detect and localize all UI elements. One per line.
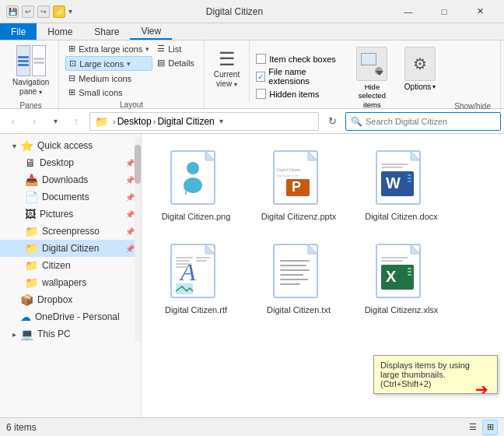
folder-icon: 📁 (53, 5, 65, 18)
svg-rect-15 (381, 164, 408, 165)
large-icons-btn[interactable]: ⊡ Large icons ▾ (65, 56, 152, 71)
file-item-txt[interactable]: Digital Citizen.txt (252, 235, 345, 319)
sidebar-item-pictures[interactable]: 🖼 Pictures 📌 (0, 206, 141, 223)
window-title: Digital Citizen (79, 6, 390, 17)
sidebar-item-documents[interactable]: 📄 Documents 📌 (0, 188, 141, 206)
panes-label: Panes (19, 100, 41, 110)
main-area: ▾ ⭐ Quick access 🖥 Desktop 📌 📥 Downloads… (0, 134, 504, 417)
docx-file-name: Digital Citizen.docx (365, 212, 438, 221)
list-btn[interactable]: ☰ List (154, 42, 198, 55)
svg-rect-19 (408, 178, 411, 179)
menu-view[interactable]: View (130, 23, 172, 40)
file-item-png[interactable]: T Digital Citizen.png (149, 142, 243, 226)
maximize-button[interactable]: □ (426, 0, 462, 23)
breadcrumb-sep0: › (113, 117, 116, 126)
file-item-docx[interactable]: W Digital Citizen.docx (355, 142, 448, 226)
medium-icons-btn[interactable]: ⊟ Medium icons (65, 72, 152, 85)
menu-share[interactable]: Share (83, 23, 130, 40)
sidebar-item-screenpresso[interactable]: 📁 Screenpresso 📌 (0, 223, 141, 240)
undo-icon[interactable]: ↩ (22, 5, 34, 18)
sidebar-item-quick-access[interactable]: ▾ ⭐ Quick access (0, 137, 141, 154)
ribbon: Navigationpane ▾ Panes ⊞ Extra large ico… (0, 40, 504, 109)
png-file-name: Digital Citizen.png (162, 212, 231, 221)
svg-rect-37 (280, 279, 308, 280)
rtf-file-icon: A (168, 243, 224, 299)
file-extensions-toggle[interactable]: ✓ File name extensions (256, 66, 343, 86)
downloads-icon: 📥 (25, 174, 38, 186)
hidden-items-toggle[interactable]: Hidden items (256, 88, 343, 100)
redo-icon[interactable]: ↪ (37, 5, 50, 18)
file-item-rtf[interactable]: A Digital Citizen.rtf (149, 235, 243, 319)
back-button[interactable]: ‹ (3, 111, 23, 132)
onedrive-icon: ☁ (20, 311, 31, 323)
minimize-button[interactable]: — (390, 0, 426, 23)
sidebar-item-wallpapers[interactable]: 📁 wallpapers (0, 274, 141, 291)
item-count: 6 items (6, 422, 37, 433)
refresh-button[interactable]: ↻ (322, 111, 342, 132)
close-button[interactable]: ✕ (462, 0, 498, 23)
breadcrumb-digitalcitizen[interactable]: Digital Citizen (157, 116, 214, 127)
search-input[interactable] (366, 117, 495, 126)
recent-locations-button[interactable]: ▾ (45, 111, 65, 132)
sidebar-item-onedrive[interactable]: ▸ ☁ OneDrive - Personal (0, 308, 141, 325)
menu-file[interactable]: File (0, 23, 37, 40)
details-btn[interactable]: ▤ Details (154, 56, 198, 69)
svg-rect-42 (381, 257, 408, 258)
forward-button[interactable]: › (24, 111, 44, 132)
pptx-file-icon: Digital Citizen digitalcitizen.life P (271, 149, 327, 206)
svg-rect-18 (408, 174, 411, 176)
file-extensions-checkbox[interactable]: ✓ (256, 72, 265, 82)
small-icons-btn[interactable]: ⊞ Small icons (65, 86, 152, 99)
svg-rect-36 (280, 274, 303, 276)
menu-home[interactable]: Home (37, 23, 83, 40)
hidden-items-checkbox[interactable] (256, 89, 266, 99)
svg-rect-45 (408, 268, 411, 269)
item-checkboxes-toggle[interactable]: Item check boxes (256, 53, 343, 65)
sidebar-item-dropbox[interactable]: ▸ 📦 Dropbox (0, 291, 141, 308)
breadcrumb-desktop[interactable]: Desktop (117, 116, 152, 127)
breadcrumb[interactable]: 📁 › Desktop › Digital Citizen ▾ (89, 112, 319, 131)
screenpresso-label: Screenpresso (42, 226, 100, 237)
sidebar-item-digital-citizen[interactable]: 📁 Digital Citizen 📌 (0, 240, 141, 257)
status-bar: 6 items ☰ ⊞ (0, 417, 504, 436)
sidebar-item-this-pc[interactable]: ▸ 💻 This PC (0, 325, 141, 343)
nav-pane-button[interactable]: Navigationpane ▾ (9, 42, 52, 100)
item-checkboxes-checkbox[interactable] (256, 54, 266, 64)
pptx-file-name: Digital Citizenz.pptx (261, 212, 337, 221)
screenpresso-pin: 📌 (125, 227, 135, 236)
quick-access-icon[interactable]: 💾 (6, 5, 19, 18)
sidebar-item-downloads[interactable]: 📥 Downloads 📌 (0, 171, 141, 188)
large-icons-view-btn[interactable]: ⊞ (482, 420, 498, 435)
pictures-icon: 🖼 (25, 208, 36, 220)
dropdown-arrow[interactable]: ▾ (68, 7, 72, 16)
search-box[interactable]: 🔍 (345, 112, 501, 131)
sidebar-scroll: ▾ ⭐ Quick access 🖥 Desktop 📌 📥 Downloads… (0, 137, 141, 343)
screenpresso-icon: 📁 (25, 225, 38, 237)
txt-icon-wrap (268, 240, 330, 302)
extra-large-icons-btn[interactable]: ⊞ Extra large icons ▾ (65, 42, 152, 55)
svg-point-3 (187, 162, 199, 174)
citizen-icon: 📁 (25, 259, 38, 272)
svg-text:P: P (292, 179, 301, 195)
sidebar-item-desktop[interactable]: 🖥 Desktop 📌 (0, 154, 141, 171)
desktop-icon: 🖥 (25, 156, 36, 169)
file-item-pptx[interactable]: Digital Citizen digitalcitizen.life P Di… (252, 142, 345, 226)
hide-selected-button[interactable]: Hide selected items (349, 42, 395, 111)
up-button[interactable]: ↑ (66, 111, 86, 132)
sidebar-scrollbar-thumb[interactable] (135, 145, 141, 184)
details-view-btn[interactable]: ☰ (465, 420, 481, 435)
xlsx-icon-wrap: X (370, 240, 432, 302)
file-item-xlsx[interactable]: X Digital Citizenz.xlsx (355, 235, 448, 319)
sidebar-item-citizen[interactable]: 📁 Citizen (0, 257, 141, 274)
sidebar-scrollbar[interactable] (135, 137, 141, 343)
options-button[interactable]: ⚙ Options ▾ (401, 42, 439, 111)
breadcrumb-dropdown[interactable]: ▾ (216, 112, 227, 131)
current-view-button[interactable]: ☰ Currentview ▾ (208, 45, 246, 92)
svg-text:T: T (184, 188, 188, 196)
documents-pin: 📌 (125, 193, 135, 202)
status-view-icons: ☰ ⊞ (465, 420, 498, 435)
this-pc-arrow: ▸ (12, 330, 16, 339)
ribbon-group-layout: ⊞ Extra large icons ▾ ⊡ Large icons ▾ ⊟ … (59, 40, 205, 111)
txt-file-icon (271, 243, 327, 299)
onedrive-arrow: ▸ (12, 313, 16, 322)
